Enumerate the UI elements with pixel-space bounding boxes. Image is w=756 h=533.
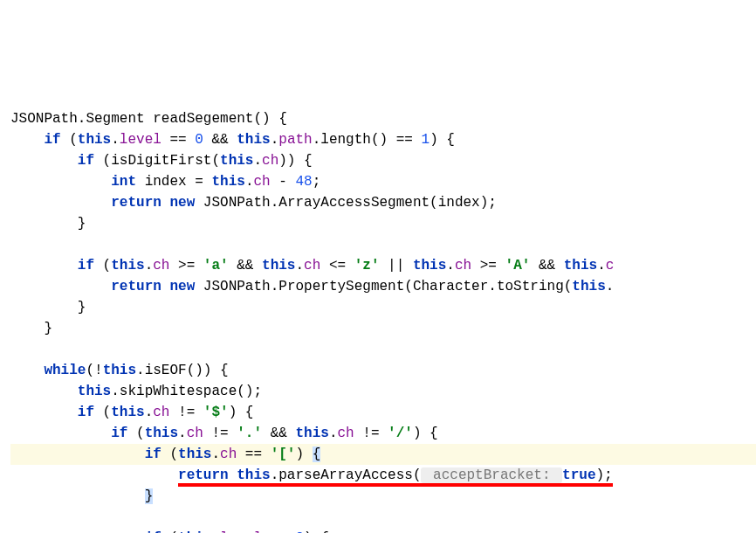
code-line-blank-3 xyxy=(10,509,19,525)
code-line-4: int index = this.ch - 48; xyxy=(10,174,320,190)
code-line-blank-2 xyxy=(10,342,19,357)
code-line-17-highlighted: if (this.ch == '[') { xyxy=(10,444,756,465)
code-line-13: while(!this.isEOF()) { xyxy=(10,363,229,378)
code-line-19: } xyxy=(10,488,153,504)
code-line-10: } xyxy=(10,300,86,315)
code-line-2: if (this.level == 0 && this.path.length(… xyxy=(10,132,455,148)
code-line-15: if (this.ch != '$') { xyxy=(10,405,253,420)
matching-brace-close: } xyxy=(145,488,154,504)
code-editor[interactable]: JSONPath.Segment readSegement() { if (th… xyxy=(0,84,756,533)
code-line-3: if (isDigitFirst(this.ch)) { xyxy=(10,153,313,169)
code-line-18: return this.parseArrayAccess( acceptBrac… xyxy=(10,467,613,487)
code-line-16: if (this.ch != '.' && this.ch != '/') { xyxy=(10,426,438,441)
red-underline-annotation: return this.parseArrayAccess( acceptBrac… xyxy=(178,467,613,487)
parameter-hint: acceptBracket: xyxy=(421,467,562,483)
code-line-5: return new JSONPath.ArrayAccessSegment(i… xyxy=(10,195,497,211)
code-line-9: return new JSONPath.PropertySegment(Char… xyxy=(10,279,614,294)
code-line-8: if (this.ch >= 'a' && this.ch <= 'z' || … xyxy=(10,258,614,273)
code-line-14: this.skipWhitespace(); xyxy=(10,384,262,399)
code-line-1: JSONPath.Segment readSegement() { xyxy=(10,111,287,127)
code-line-11: } xyxy=(10,321,52,336)
code-line-6: } xyxy=(10,216,86,232)
matching-brace-open: { xyxy=(313,446,321,462)
code-line-blank-1 xyxy=(10,237,19,253)
